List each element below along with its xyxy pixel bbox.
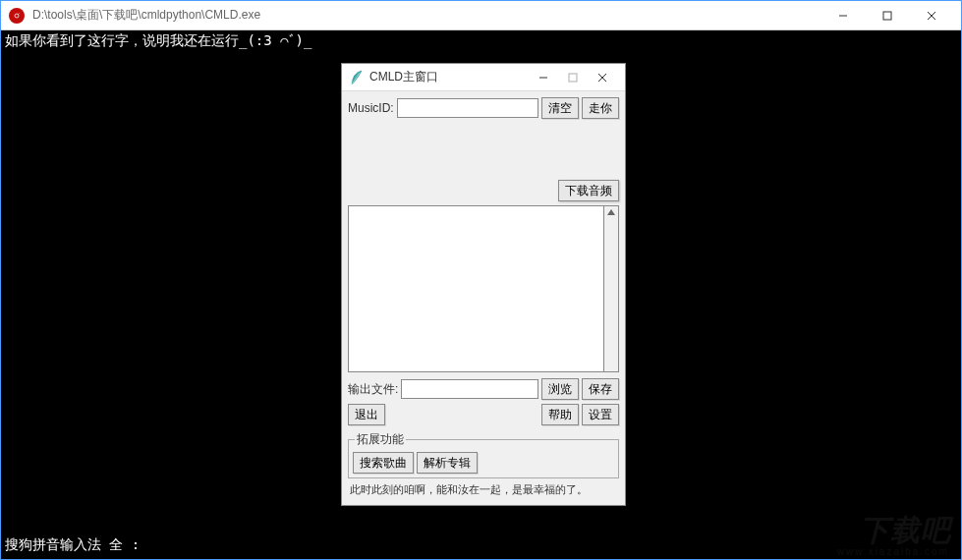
exit-button[interactable]: 退出 xyxy=(348,404,385,425)
netease-icon xyxy=(9,8,25,24)
close-button[interactable] xyxy=(909,1,953,29)
scroll-up-icon xyxy=(607,209,615,215)
help-button[interactable]: 帮助 xyxy=(541,404,579,425)
output-file-row: 输出文件: 浏览 保存 xyxy=(348,378,619,400)
ime-status: 搜狗拼音输入法 全 : xyxy=(5,536,140,554)
save-button[interactable]: 保存 xyxy=(582,378,619,400)
console-title: D:\tools\桌面\下载吧\cmldpython\CMLD.exe xyxy=(32,7,821,24)
action-row: 退出 帮助 设置 xyxy=(348,404,619,425)
console-output-text: 如果你看到了这行字，说明我还在运行_(:3 ⌒ﾞ)_ xyxy=(5,32,957,50)
child-close-button[interactable] xyxy=(588,67,617,88)
clear-button[interactable]: 清空 xyxy=(541,97,579,119)
download-row: 下载音频 xyxy=(348,180,619,201)
music-id-row: MusicID: 清空 走你 xyxy=(348,97,619,119)
child-window-controls xyxy=(529,67,617,88)
console-titlebar[interactable]: D:\tools\桌面\下载吧\cmldpython\CMLD.exe xyxy=(1,1,961,30)
svg-rect-3 xyxy=(883,12,891,20)
output-file-input[interactable] xyxy=(401,379,538,399)
go-button[interactable]: 走你 xyxy=(582,97,619,119)
minimize-button[interactable] xyxy=(821,1,865,29)
feather-icon xyxy=(350,69,364,86)
status-bar: 此时此刻的咱啊，能和汝在一起，是最幸福的了。 xyxy=(348,478,619,499)
parse-album-button[interactable]: 解析专辑 xyxy=(417,452,478,474)
download-audio-button[interactable]: 下载音频 xyxy=(558,180,619,201)
console-window-controls xyxy=(821,1,953,29)
output-file-label: 输出文件: xyxy=(348,381,398,398)
console-window: D:\tools\桌面\下载吧\cmldpython\CMLD.exe 如果你看… xyxy=(0,0,962,560)
music-id-input[interactable] xyxy=(397,98,538,118)
extension-legend: 拓展功能 xyxy=(355,431,406,448)
extension-fieldset: 拓展功能 搜索歌曲 解析专辑 xyxy=(348,431,619,478)
settings-button[interactable]: 设置 xyxy=(582,404,619,425)
extension-row: 搜索歌曲 解析专辑 xyxy=(353,452,614,474)
child-window-title: CMLD主窗口 xyxy=(369,69,529,85)
browse-button[interactable]: 浏览 xyxy=(541,378,579,400)
child-maximize-button[interactable] xyxy=(558,67,588,88)
child-body: MusicID: 清空 走你 下载音频 输出文件: 浏览 保存 退出 xyxy=(342,91,625,505)
search-song-button[interactable]: 搜索歌曲 xyxy=(353,452,414,474)
scrollbar[interactable] xyxy=(604,205,619,372)
music-id-label: MusicID: xyxy=(348,101,394,115)
maximize-button[interactable] xyxy=(865,1,909,29)
spacer xyxy=(348,123,619,180)
log-textarea[interactable] xyxy=(348,205,604,372)
cmld-main-window: CMLD主窗口 MusicID: 清空 走你 下载音频 xyxy=(341,63,626,506)
svg-rect-8 xyxy=(569,74,577,82)
child-titlebar[interactable]: CMLD主窗口 xyxy=(342,64,625,91)
child-minimize-button[interactable] xyxy=(529,67,558,88)
log-area-wrap xyxy=(348,205,619,372)
svg-point-0 xyxy=(13,12,21,20)
